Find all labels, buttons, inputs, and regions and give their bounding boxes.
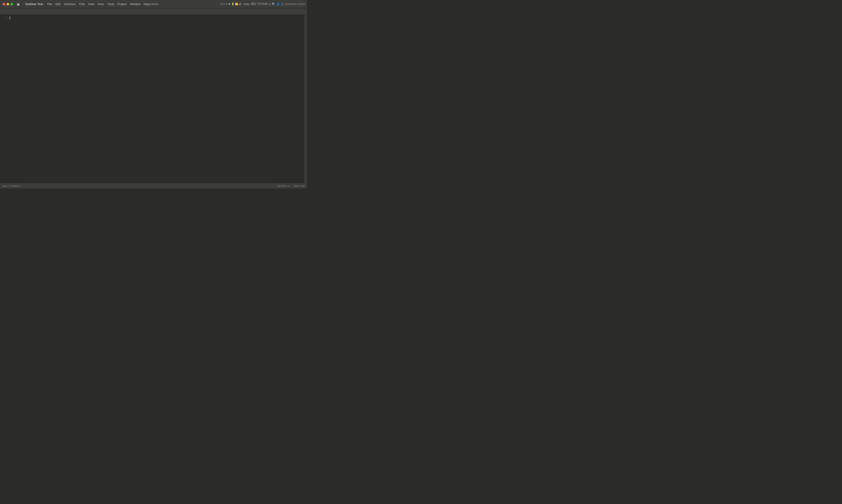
battery-status: 100%	[243, 3, 249, 5]
menu-item-app[interactable]: Sublime Text	[24, 2, 45, 6]
forward-arrow[interactable]: ›	[5, 10, 7, 14]
statusbar: Line 1, Column 1 Tab Size: 4 Plain Text	[0, 183, 307, 188]
menu-item-project[interactable]: Project	[116, 2, 128, 6]
close-button[interactable]	[3, 3, 5, 5]
nav-arrows: ‹ ›	[1, 10, 7, 14]
status-right: Tab Size: 4 Plain Text	[277, 184, 305, 187]
menu-item-window[interactable]: Window	[128, 2, 142, 6]
window-title: untitled	[149, 2, 158, 6]
line-numbers: 1	[0, 15, 9, 183]
menu-item-edit[interactable]: Edit	[54, 2, 62, 6]
cursor-line	[10, 16, 304, 20]
user-icon[interactable]: 👤	[277, 3, 280, 6]
unregistered-badge: UNREGISTERED	[285, 3, 305, 5]
menu-item-goto[interactable]: Goto	[96, 2, 106, 6]
menu-item-view[interactable]: View	[86, 2, 96, 6]
syntax-mode[interactable]: Plain Text	[294, 184, 305, 187]
back-arrow[interactable]: ‹	[1, 10, 4, 14]
menu-item-find[interactable]: Find	[77, 2, 86, 6]
system-icons: ⊞ ✉ ⚙ ⏺ 🔋 📶 🔊	[220, 3, 242, 5]
maximize-button[interactable]	[11, 3, 13, 5]
minimize-button[interactable]	[6, 3, 9, 5]
scrollbar[interactable]	[304, 15, 307, 183]
editor-content[interactable]	[9, 15, 304, 183]
menu-item-selection[interactable]: Selection	[62, 2, 77, 6]
cursor-position: Line 1, Column 1	[2, 184, 21, 187]
toolbar: ‹ › ›	[0, 8, 307, 15]
menu-icon[interactable]: ☰	[281, 3, 283, 6]
search-icon[interactable]: 🔍	[272, 3, 275, 6]
apple-logo[interactable]	[15, 2, 22, 6]
system-user: yf	[268, 3, 270, 6]
expand-arrow[interactable]: ›	[304, 10, 306, 13]
editor: 1	[0, 15, 307, 183]
tab-size[interactable]: Tab Size: 4	[277, 184, 290, 187]
line-number-1: 1	[0, 16, 7, 20]
titlebar-right: ⊞ ✉ ⚙ ⏺ 🔋 📶 🔊 100% 周五 下午3:46 yf 🔍 👤 ☰ UN…	[220, 2, 307, 6]
menubar: Sublime Text File Edit Selection Find Vi…	[15, 2, 220, 6]
system-time: 周五 下午3:46	[251, 2, 267, 6]
traffic-lights	[0, 3, 13, 5]
menu-item-file[interactable]: File	[46, 2, 54, 6]
text-cursor	[10, 16, 10, 19]
titlebar: Sublime Text File Edit Selection Find Vi…	[0, 0, 307, 8]
menu-item-tools[interactable]: Tools	[106, 2, 116, 6]
